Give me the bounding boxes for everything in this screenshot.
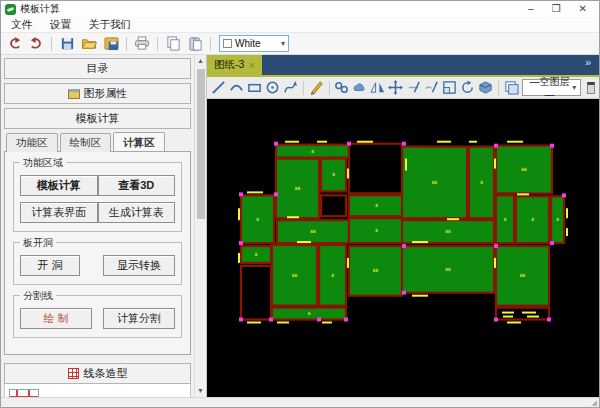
plan-dimension-tick xyxy=(357,141,373,143)
plan-room-mark: 8 xyxy=(332,172,335,177)
display-convert-button[interactable]: 显示转换 xyxy=(103,255,175,276)
plan-room-mark: 8 xyxy=(256,217,259,222)
move-tool-icon[interactable] xyxy=(388,79,403,96)
tab-overflow-icon[interactable]: » xyxy=(585,55,599,75)
tab-draw-area[interactable]: 绘制区 xyxy=(60,133,112,152)
copy-icon[interactable] xyxy=(164,35,182,53)
undo-icon[interactable] xyxy=(5,35,23,53)
plan-room-mark: 88 xyxy=(432,180,438,185)
group-tool-icon[interactable] xyxy=(334,79,349,96)
plan-room-mark: 8 xyxy=(255,252,258,257)
menu-file[interactable]: 文件 xyxy=(11,18,32,32)
layer-dropdown[interactable]: —空图层— ▾ xyxy=(522,79,582,96)
drawing-canvas[interactable]: 888888888888888888888888888888 xyxy=(207,99,599,397)
spline-tool-icon[interactable] xyxy=(283,79,298,96)
tab-function-area[interactable]: 功能区 xyxy=(6,133,58,152)
sidebar-panel-properties[interactable]: 图形属性 xyxy=(4,83,191,104)
plan-room-mark: 8 xyxy=(308,311,311,316)
plan-room-mark: 88 xyxy=(295,186,301,191)
chevron-down-icon: ▾ xyxy=(281,39,285,48)
plan-dimension-tick xyxy=(322,322,332,324)
toolbar-separator xyxy=(303,81,304,95)
tab-close-icon[interactable]: × xyxy=(249,60,255,71)
menu-settings[interactable]: 设置 xyxy=(50,18,71,32)
view-3d-icon[interactable] xyxy=(478,79,493,96)
rectangle-tool-icon[interactable] xyxy=(247,79,262,96)
save-icon[interactable] xyxy=(58,35,76,53)
mirror-tool-icon[interactable] xyxy=(370,79,385,96)
plan-node xyxy=(344,318,348,322)
maximize-button[interactable]: ❐ xyxy=(552,2,561,16)
arc-tool-icon[interactable] xyxy=(229,79,244,96)
plan-room-mark: 88 xyxy=(310,229,316,234)
plan-node xyxy=(269,318,273,322)
plan-room-mark: 8 xyxy=(504,217,507,222)
calc-table-ui-button[interactable]: 计算表界面 xyxy=(20,202,98,223)
template-calc-button[interactable]: 模板计算 xyxy=(20,175,98,196)
grid-icon xyxy=(68,368,79,379)
tab-drawing-3[interactable]: 图纸-3 × xyxy=(207,55,262,75)
sidebar-panel-directory[interactable]: 目录 xyxy=(4,58,191,79)
redo-icon[interactable] xyxy=(27,35,45,53)
tab-calc-area[interactable]: 计算区 xyxy=(113,132,165,151)
canvas-panel: 图纸-3 × » xyxy=(207,55,599,397)
plan-dimension-tick xyxy=(527,316,539,318)
save-as-icon[interactable] xyxy=(102,35,120,53)
plan-dimension-tick xyxy=(494,258,496,268)
sidebar-scrollbar[interactable]: ▲ ▼ xyxy=(194,55,206,397)
group-function-region: 功能区域 模板计算 查看3D 计算表界面 生成计算表 xyxy=(13,162,182,232)
draw-button[interactable]: 绘 制 xyxy=(20,308,92,329)
list-item-new-section[interactable]: 新建剖面图形 xyxy=(7,388,188,397)
generate-calc-table-button[interactable]: 生成计算表 xyxy=(98,202,176,223)
window-title: 模板计算 xyxy=(20,2,60,16)
line-tool-icon[interactable] xyxy=(211,79,226,96)
color-swatch xyxy=(223,39,232,48)
open-icon[interactable] xyxy=(80,35,98,53)
document-tab-bar: 图纸-3 × » xyxy=(207,55,599,75)
line-style-list: 新建剖面图形 T150x260x9 xyxy=(4,384,191,397)
plan-room-mark: 8 xyxy=(311,149,314,154)
group-label: 分割线 xyxy=(20,289,56,303)
scale-tool-icon[interactable] xyxy=(442,79,457,96)
color-dropdown[interactable]: White ▾ xyxy=(219,35,289,52)
plan-dimension-tick xyxy=(277,322,289,324)
plan-dimension-tick xyxy=(507,322,521,324)
scroll-up-icon[interactable]: ▲ xyxy=(195,55,207,67)
view-3d-button[interactable]: 查看3D xyxy=(98,175,176,196)
plan-room-mark: 88 xyxy=(445,229,451,234)
extend-tool-icon[interactable] xyxy=(424,79,439,96)
rotate-tool-icon[interactable] xyxy=(460,79,475,96)
trim-tool-icon[interactable] xyxy=(406,79,421,96)
open-hole-button[interactable]: 开 洞 xyxy=(20,255,80,276)
plan-dimension-tick xyxy=(347,169,349,179)
plan-room-mark: 8 xyxy=(531,217,534,222)
plan-room-mark: 88 xyxy=(520,273,526,278)
plan-dimension-tick xyxy=(447,218,459,220)
circle-tool-icon[interactable] xyxy=(265,79,280,96)
resize-grip-icon: ◢ xyxy=(592,399,597,406)
layers-icon[interactable] xyxy=(504,79,519,96)
pencil-tool-icon[interactable] xyxy=(309,79,324,96)
plan-room-mark: 88 xyxy=(373,268,379,273)
plan-node xyxy=(239,192,243,196)
paste-icon[interactable] xyxy=(186,35,204,53)
layer-dropdown-value: —空图层— xyxy=(527,75,573,100)
print-icon[interactable] xyxy=(133,35,151,53)
line-style-header-label: 线条造型 xyxy=(84,366,128,381)
main-toolbar: White ▾ xyxy=(1,33,599,55)
panel-toggle-icon[interactable] xyxy=(587,82,595,94)
plan-dimension-tick xyxy=(247,322,261,324)
menu-about[interactable]: 关于我们 xyxy=(89,18,131,32)
sidebar-panel-template-calc[interactable]: 模板计算 xyxy=(4,108,191,129)
minimize-button[interactable]: – xyxy=(528,2,534,16)
toolbar-separator xyxy=(329,81,330,95)
calc-divide-button[interactable]: 计算分割 xyxy=(103,308,175,329)
plan-dimension-tick xyxy=(317,141,327,143)
scrollbar-thumb[interactable] xyxy=(197,69,205,219)
line-style-header[interactable]: 线条造型 xyxy=(4,363,191,384)
new-section-icon xyxy=(9,389,39,397)
close-button[interactable]: ✕ xyxy=(579,2,587,16)
scroll-down-icon[interactable]: ▼ xyxy=(195,385,207,397)
plan-node xyxy=(274,192,278,196)
cloud-tool-icon[interactable] xyxy=(352,79,367,96)
